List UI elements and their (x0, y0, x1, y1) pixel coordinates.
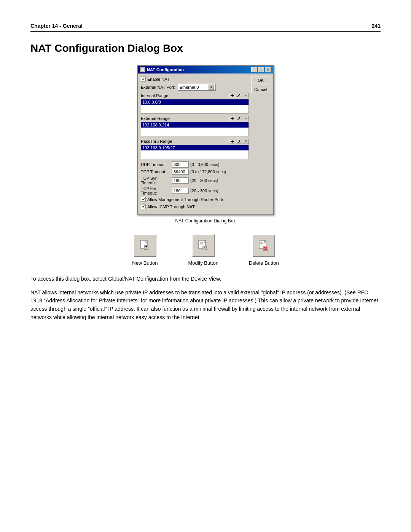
tcp-syn-timeout-row: TCP Syn Timeout: 180 (20 - 300 secs) (141, 176, 249, 185)
body-text: To access this dialog box, select Global… (30, 275, 381, 321)
delete-icon-box[interactable] (252, 234, 275, 257)
tcp-timeout-row: TCP Timeout: 86400 (0 to 172,800 secs) (141, 169, 249, 175)
internal-range-listbox[interactable]: 10.0.0.0/8 (141, 99, 249, 113)
external-nat-port-row: External NAT Port: Ethernet 0 ▼ (141, 84, 249, 91)
dialog-screenshot-container: 🖧 NAT Configuration _ □ ✕ ✔ Enable NAT (30, 65, 381, 224)
udp-timeout-range: (0 - 3,600 secs) (190, 162, 219, 167)
internal-range-edit-btn[interactable] (236, 93, 242, 98)
maximize-button[interactable]: □ (258, 67, 264, 72)
passthru-range-edit-btn[interactable] (236, 139, 242, 144)
tcp-syn-timeout-input[interactable]: 180 (172, 177, 189, 184)
tcp-timeout-label: TCP Timeout: (141, 169, 170, 174)
svg-rect-4 (232, 117, 233, 120)
internal-range-section: Internal Range ✕ (141, 93, 249, 113)
page-number: 241 (372, 23, 381, 29)
dialog-title-text: 🖧 NAT Configuration (140, 67, 184, 72)
external-range-section: External Range ✕ (141, 116, 249, 136)
dialog-title-label: NAT Configuration (147, 67, 184, 72)
passthru-range-new-btn[interactable] (229, 139, 235, 144)
dropdown-value: Ethernet 0 (180, 85, 199, 89)
enable-nat-label: Enable NAT (147, 77, 170, 81)
internal-range-new-btn[interactable] (229, 93, 235, 98)
external-range-edit-btn[interactable] (236, 116, 242, 121)
modify-icon-box[interactable] (192, 234, 215, 257)
passthru-range-section: PassThru Range ✕ (141, 139, 249, 159)
dialog-left-panel: ✔ Enable NAT External NAT Port: Ethernet… (141, 77, 249, 211)
udp-timeout-input[interactable]: 300 (172, 161, 189, 168)
internal-range-buttons: ✕ (229, 93, 249, 98)
dialog-right-panel: OK Cancel (251, 77, 270, 211)
passthru-range-buttons: ✕ (229, 139, 249, 144)
modify-icon (197, 240, 209, 252)
tcp-fin-timeout-range: (20 - 300 secs) (190, 189, 218, 193)
body-paragraph-1: To access this dialog box, select Global… (30, 275, 381, 283)
chapter-header: Chapter 14 - General 241 (30, 23, 381, 32)
svg-rect-1 (232, 94, 233, 97)
tcp-timeout-range: (0 to 172,800 secs) (190, 169, 226, 174)
delete-icon (258, 240, 270, 252)
allow-mgmt-label: Allow Management Through Router Ports (147, 197, 224, 202)
external-nat-port-dropdown[interactable]: Ethernet 0 ▼ (178, 84, 216, 91)
internal-range-label: Internal Range (141, 93, 168, 98)
chapter-title: Chapter 14 - General (30, 23, 83, 29)
body-paragraph-2: NAT allows internal networks which use p… (30, 289, 381, 322)
new-icon (139, 240, 151, 252)
tcp-fin-timeout-label: TCP Fin Timeout: (141, 186, 170, 195)
allow-icmp-row: ✔ Allow ICMP Through NAT (141, 204, 249, 209)
tcp-timeout-input[interactable]: 86400 (172, 169, 189, 175)
minimize-button[interactable]: _ (251, 67, 257, 72)
tcp-fin-timeout-input[interactable]: 180 (172, 188, 189, 194)
dialog-body: ✔ Enable NAT External NAT Port: Ethernet… (138, 73, 273, 214)
dropdown-arrow: ▼ (209, 85, 214, 90)
udp-timeout-label: UDP Timeout: (141, 162, 170, 167)
dialog-caption: NAT Configuration Dialog Box (175, 218, 236, 224)
dialog-titlebar: 🖧 NAT Configuration _ □ ✕ (138, 66, 273, 73)
external-range-item: 192.168.9.214 (141, 122, 249, 128)
external-range-delete-btn[interactable]: ✕ (243, 116, 249, 121)
close-button[interactable]: ✕ (265, 67, 271, 72)
passthru-range-delete-btn[interactable]: ✕ (243, 139, 249, 144)
icon-buttons-section: New Button Modify Button (30, 234, 381, 266)
svg-rect-11 (146, 246, 147, 248)
external-range-header: External Range ✕ (141, 116, 249, 121)
new-icon-box[interactable] (134, 234, 156, 257)
udp-timeout-row: UDP Timeout: 300 (0 - 3,600 secs) (141, 161, 249, 168)
new-button-item: New Button (132, 234, 158, 266)
external-range-listbox[interactable]: 192.168.9.214 (141, 122, 249, 136)
external-range-buttons: ✕ (229, 116, 249, 121)
ok-button[interactable]: OK (251, 77, 270, 84)
tcp-fin-timeout-row: TCP Fin Timeout: 180 (20 - 300 secs) (141, 186, 249, 195)
delete-button-item: Delete Button (249, 234, 279, 266)
modify-button-item: Modify Button (188, 234, 218, 266)
modify-button-label: Modify Button (188, 260, 218, 266)
passthru-range-item: 192.168.9.195/27 (141, 145, 249, 150)
passthru-range-label: PassThru Range (141, 139, 172, 144)
tcp-syn-timeout-range: (20 - 300 secs) (190, 178, 218, 183)
dialog-icon: 🖧 (140, 67, 145, 72)
delete-button-label: Delete Button (249, 260, 279, 266)
svg-rect-6 (232, 140, 233, 143)
internal-range-delete-btn[interactable]: ✕ (243, 93, 249, 98)
allow-icmp-checkbox[interactable]: ✔ (141, 204, 146, 209)
external-nat-port-label: External NAT Port: (141, 85, 175, 89)
allow-mgmt-row: ✔ Allow Management Through Router Ports (141, 197, 249, 202)
passthru-range-listbox[interactable]: 192.168.9.195/27 (141, 145, 249, 159)
internal-range-header: Internal Range ✕ (141, 93, 249, 98)
enable-nat-checkbox[interactable]: ✔ (141, 77, 146, 81)
allow-mgmt-checkbox[interactable]: ✔ (141, 197, 146, 202)
bottom-checkboxes: ✔ Allow Management Through Router Ports … (141, 197, 249, 209)
dialog-window: 🖧 NAT Configuration _ □ ✕ ✔ Enable NAT (137, 65, 274, 215)
new-button-label: New Button (132, 260, 158, 266)
cancel-button[interactable]: Cancel (251, 86, 270, 93)
external-range-label: External Range (141, 116, 170, 121)
external-range-new-btn[interactable] (229, 116, 235, 121)
enable-nat-row: ✔ Enable NAT (141, 77, 249, 81)
tcp-syn-timeout-label: TCP Syn Timeout: (141, 176, 170, 185)
passthru-range-header: PassThru Range ✕ (141, 139, 249, 144)
titlebar-buttons: _ □ ✕ (251, 67, 271, 72)
internal-range-item: 10.0.0.0/8 (141, 99, 249, 105)
allow-icmp-label: Allow ICMP Through NAT (147, 204, 195, 209)
page-title: NAT Configuration Dialog Box (30, 42, 381, 54)
